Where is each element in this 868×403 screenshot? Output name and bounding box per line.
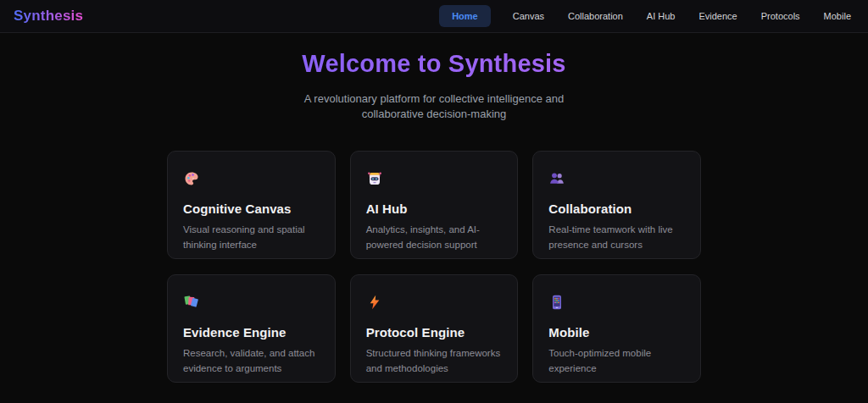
robot-icon xyxy=(366,170,383,187)
nav-item-canvas[interactable]: Canvas xyxy=(511,6,546,26)
nav-item-ai-hub[interactable]: AI Hub xyxy=(645,6,677,26)
card-description: Touch-optimized mobile experience xyxy=(548,346,685,377)
bolt-icon xyxy=(366,294,383,311)
card-description: Research, validate, and attach evidence … xyxy=(183,346,320,377)
card-description: Analytics, insights, and AI-powered deci… xyxy=(366,223,503,253)
hero-subtitle: A revolutionary platform for collective … xyxy=(290,91,578,122)
card-collaboration[interactable]: Collaboration Real-time teamwork with li… xyxy=(532,151,701,259)
card-evidence-engine[interactable]: Evidence Engine Research, validate, and … xyxy=(167,274,336,383)
card-cognitive-canvas[interactable]: Cognitive Canvas Visual reasoning and sp… xyxy=(167,151,336,259)
card-ai-hub[interactable]: AI Hub Analytics, insights, and AI-power… xyxy=(350,151,519,259)
header: Synthesis Home Canvas Collaboration AI H… xyxy=(0,0,868,33)
card-title: Protocol Engine xyxy=(366,325,503,340)
card-mobile[interactable]: Mobile Touch-optimized mobile experience xyxy=(532,274,701,383)
card-title: Mobile xyxy=(548,325,685,340)
palette-icon xyxy=(183,170,200,187)
feature-card-grid: Cognitive Canvas Visual reasoning and sp… xyxy=(167,151,701,383)
books-icon xyxy=(183,294,200,311)
nav-item-collaboration[interactable]: Collaboration xyxy=(566,6,625,26)
card-description: Real-time teamwork with live presence an… xyxy=(548,223,685,253)
nav-item-evidence[interactable]: Evidence xyxy=(697,6,738,26)
nav-item-protocols[interactable]: Protocols xyxy=(760,6,802,26)
brand-logo[interactable]: Synthesis xyxy=(14,8,83,25)
card-description: Structured thinking frameworks and metho… xyxy=(366,346,503,377)
card-title: Collaboration xyxy=(548,202,685,216)
card-title: Evidence Engine xyxy=(183,325,320,340)
nav-item-home[interactable]: Home xyxy=(439,5,491,27)
phone-icon xyxy=(548,294,565,311)
people-icon xyxy=(548,170,565,187)
card-title: Cognitive Canvas xyxy=(183,202,320,216)
nav-item-mobile[interactable]: Mobile xyxy=(822,6,853,26)
main-nav: Home Canvas Collaboration AI Hub Evidenc… xyxy=(439,5,853,27)
card-protocol-engine[interactable]: Protocol Engine Structured thinking fram… xyxy=(350,274,519,383)
card-title: AI Hub xyxy=(366,202,503,216)
card-description: Visual reasoning and spatial thinking in… xyxy=(183,223,320,253)
page-title: Welcome to Synthesis xyxy=(0,50,868,78)
hero-section: Welcome to Synthesis A revolutionary pla… xyxy=(0,33,868,122)
